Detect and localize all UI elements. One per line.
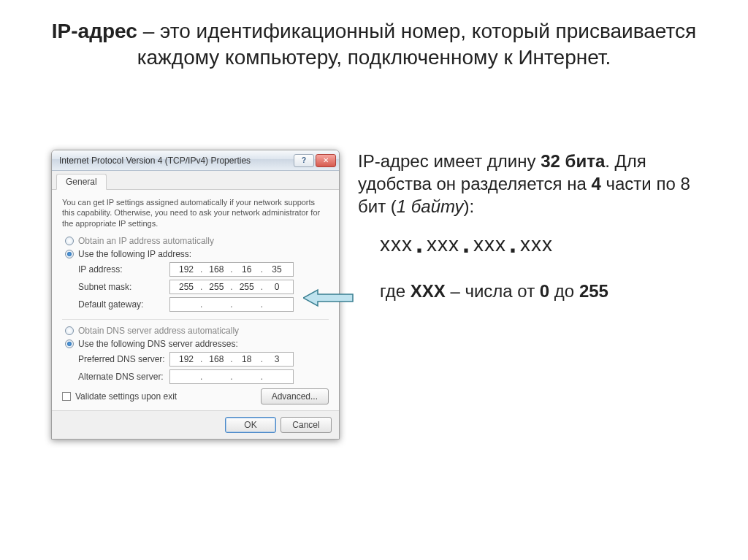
- radio-label: Obtain DNS server address automatically: [78, 326, 239, 336]
- ok-button[interactable]: OK: [225, 417, 276, 433]
- help-button[interactable]: ?: [294, 154, 314, 167]
- row-ip-address: IP address: 192. 168. 16. 35: [78, 262, 329, 277]
- explanation-text: IP-адрес имеет длину 32 бита. Для удобст…: [358, 150, 709, 302]
- dialog-wrapper: Internet Protocol Version 4 (TCP/IPv4) P…: [51, 150, 343, 440]
- radio-use-following-ip[interactable]: Use the following IP address:: [65, 249, 329, 259]
- subnet-mask-input[interactable]: 255. 255. 255. 0: [169, 280, 294, 294]
- ipv4-properties-dialog: Internet Protocol Version 4 (TCP/IPv4) P…: [51, 150, 340, 440]
- row-preferred-dns: Preferred DNS server: 192. 168. 18. 3: [78, 352, 329, 367]
- radio-label: Use the following IP address:: [78, 249, 191, 259]
- radio-icon: [65, 340, 74, 348]
- row-subnet-mask: Subnet mask: 255. 255. 255. 0: [78, 280, 329, 294]
- tabstrip: General: [52, 171, 339, 190]
- radio-label: Obtain an IP address automatically: [78, 236, 214, 246]
- default-gateway-input[interactable]: . . .: [169, 297, 294, 312]
- label-ip: IP address:: [78, 264, 169, 275]
- cancel-button[interactable]: Cancel: [280, 417, 332, 433]
- alternate-dns-input[interactable]: . . .: [169, 369, 294, 384]
- label-alt-dns: Alternate DNS server:: [78, 372, 169, 382]
- window-title: Internet Protocol Version 4 (TCP/IPv4) P…: [59, 156, 294, 166]
- label-gateway: Default gateway:: [78, 299, 169, 310]
- row-default-gateway: Default gateway: . . .: [78, 297, 329, 312]
- row-alternate-dns: Alternate DNS server: . . .: [78, 369, 329, 384]
- window-buttons: ? ✕: [294, 154, 336, 167]
- radio-use-following-dns[interactable]: Use the following DNS server addresses:: [65, 339, 329, 349]
- description-text: You can get IP settings assigned automat…: [62, 197, 329, 229]
- explanation-paragraph: IP-адрес имеет длину 32 бита. Для удобст…: [358, 150, 709, 218]
- svg-marker-0: [303, 290, 353, 306]
- range-note: где XXX – числа от 0 до 255: [380, 280, 709, 302]
- panel-general: You can get IP settings assigned automat…: [52, 190, 339, 410]
- title-rest: – это идентификационный номер, который п…: [137, 20, 697, 69]
- title-term: IP-адрес: [52, 20, 137, 42]
- dialog-footer: OK Cancel: [52, 410, 339, 439]
- label-pref-dns: Preferred DNS server:: [78, 354, 169, 364]
- tab-general[interactable]: General: [56, 174, 107, 190]
- radio-obtain-dns-auto: Obtain DNS server address automatically: [65, 326, 329, 336]
- radio-label: Use the following DNS server addresses:: [78, 339, 238, 349]
- radio-icon: [65, 250, 74, 258]
- close-button[interactable]: ✕: [316, 154, 336, 167]
- preferred-dns-input[interactable]: 192. 168. 18. 3: [169, 352, 294, 367]
- advanced-button[interactable]: Advanced...: [261, 388, 329, 404]
- ip-format: xxx.xxx.xxx.xxx: [380, 231, 709, 258]
- validate-label: Validate settings upon exit: [75, 391, 177, 402]
- separator: [62, 319, 329, 320]
- label-mask: Subnet mask:: [78, 282, 169, 292]
- radio-icon: [65, 326, 74, 335]
- slide-title: IP-адрес – это идентификационный номер, …: [0, 0, 748, 79]
- checkbox-icon: [62, 392, 71, 401]
- titlebar: Internet Protocol Version 4 (TCP/IPv4) P…: [52, 150, 339, 171]
- radio-icon: [65, 237, 74, 245]
- ip-address-input[interactable]: 192. 168. 16. 35: [169, 262, 294, 277]
- arrow-annotation: [303, 288, 354, 307]
- left-arrow-icon: [303, 288, 354, 307]
- radio-obtain-ip-auto[interactable]: Obtain an IP address automatically: [65, 236, 329, 246]
